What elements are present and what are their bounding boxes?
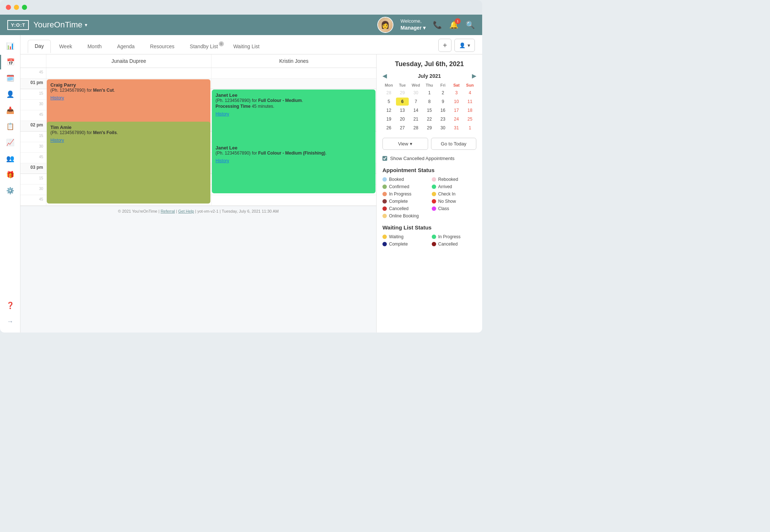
tab-month[interactable]: Month [80, 40, 108, 53]
appointment-tim-amie[interactable]: Tim Amie (Ph. 1234567890) for Men's Foil… [47, 122, 210, 204]
history-link-craig[interactable]: History [50, 95, 64, 100]
cal-day-19[interactable]: 19 [382, 115, 395, 123]
sidebar-item-appointments[interactable]: 🗓️ [3, 71, 18, 86]
cal-day-13[interactable]: 13 [396, 106, 409, 114]
phone-icon[interactable]: 📞 [433, 20, 442, 29]
sidebar-item-help[interactable]: ❓ [3, 298, 18, 313]
user-role[interactable]: Manager ▾ [401, 24, 426, 32]
cal-day-24[interactable]: 24 [450, 115, 463, 123]
sidebar-item-inbox[interactable]: 📥 [3, 103, 18, 118]
cal-day-26[interactable]: 26 [382, 124, 395, 132]
get-help-link[interactable]: Get Help [178, 209, 194, 213]
mini-cal-prev-button[interactable]: ◀ [382, 72, 387, 79]
time-grid: 45 01 pm [20, 68, 376, 206]
show-cancelled-label: Show Cancelled Appointments [390, 156, 454, 161]
appt-history-janet1-wrap[interactable]: History [216, 110, 372, 117]
appt-detail-craig: (Ph. 1234567890) for Men's Cut. [50, 88, 207, 93]
cal-day-29[interactable]: 29 [423, 124, 436, 132]
minimize-button[interactable] [14, 5, 19, 10]
cal-day-5[interactable]: 5 [382, 98, 395, 106]
view-button[interactable]: View ▾ [382, 138, 428, 150]
complete-dot [382, 199, 387, 204]
cal-day-23[interactable]: 23 [437, 115, 449, 123]
cal-day-12[interactable]: 12 [382, 106, 395, 114]
waiting-list-status-grid: Waiting In Progress Complete Cancel [382, 234, 476, 247]
sidebar-item-products[interactable]: 🎁 [3, 167, 18, 182]
tab-day[interactable]: Day [28, 40, 51, 53]
cal-day-28prev[interactable]: 28 [382, 89, 395, 97]
user-avatar: 👩 [377, 17, 393, 33]
notification-icon[interactable]: 🔔 1 [449, 20, 458, 29]
cal-day-7[interactable]: 7 [409, 98, 422, 106]
mini-cal-next-button[interactable]: ▶ [472, 72, 476, 79]
tab-resources[interactable]: Resources [143, 40, 182, 53]
history-link-janet2[interactable]: History [216, 158, 229, 163]
tab-agenda[interactable]: Agenda [110, 40, 141, 53]
cal-day-20[interactable]: 20 [396, 115, 409, 123]
cal-day-18[interactable]: 18 [464, 106, 476, 114]
sidebar-item-team[interactable]: 👥 [3, 151, 18, 166]
referral-link[interactable]: Referral [161, 209, 175, 213]
cal-day-22[interactable]: 22 [423, 115, 436, 123]
tab-standby-list[interactable]: Standby List 0 [183, 40, 225, 53]
cal-day-25[interactable]: 25 [464, 115, 476, 123]
appt-history-janet2-wrap[interactable]: History [216, 157, 372, 164]
footer: © 2021 You'reOnTime | Referral | Get Hel… [20, 206, 376, 216]
sidebar-item-reports[interactable]: 📈 [3, 135, 18, 150]
cal-day-17[interactable]: 17 [450, 106, 463, 114]
tabs-actions: + 👤 ▾ [438, 39, 475, 54]
sidebar-item-collapse[interactable]: → [3, 314, 18, 329]
person-selector-button[interactable]: 👤 ▾ [454, 39, 475, 52]
day-view[interactable]: Junaita Dupree Kristin Jones 45 [20, 54, 376, 332]
cal-day-10[interactable]: 10 [450, 98, 463, 106]
appointment-janet-lee-2[interactable]: Janet Lee (Ph. 1234567890) for Full Colo… [212, 142, 376, 193]
status-complete: Complete [382, 199, 427, 204]
cal-day-16[interactable]: 16 [437, 106, 449, 114]
history-link-tim[interactable]: History [50, 138, 64, 143]
cal-day-21[interactable]: 21 [409, 115, 422, 123]
maximize-button[interactable] [22, 5, 27, 10]
slot-kristin-345[interactable] [211, 195, 376, 205]
sidebar-item-tasks[interactable]: 📋 [3, 119, 18, 134]
mini-cal-title: July 2021 [418, 73, 441, 79]
cal-day-11[interactable]: 11 [464, 98, 476, 106]
time-label-245: 45 [20, 153, 46, 163]
sidebar-item-clients[interactable]: 👤 [3, 87, 18, 102]
sidebar-item-analytics[interactable]: 📊 [3, 39, 18, 53]
cal-day-29prev[interactable]: 29 [396, 89, 409, 97]
app-name-dropdown-icon[interactable]: ▾ [85, 22, 87, 28]
header-right: 👩 Welcome, Manager ▾ 📞 🔔 1 🔍 [377, 17, 475, 33]
go-to-today-button[interactable]: Go to Today [431, 138, 477, 150]
cal-day-31[interactable]: 31 [450, 124, 463, 132]
cal-day-1next[interactable]: 1 [464, 124, 476, 132]
cal-day-2[interactable]: 2 [437, 89, 449, 97]
cal-day-15[interactable]: 15 [423, 106, 436, 114]
close-button[interactable] [6, 5, 11, 10]
tab-waiting-list[interactable]: Waiting List [226, 40, 267, 53]
cal-day-30[interactable]: 30 [437, 124, 449, 132]
slot-kristin-1245[interactable] [211, 68, 376, 78]
appt-history-craig[interactable]: History [50, 94, 207, 101]
slot-kristin-1pm[interactable] [211, 79, 376, 89]
slot-juanita-1245[interactable] [46, 68, 211, 78]
cal-day-4[interactable]: 4 [464, 89, 476, 97]
wl-complete-dot [382, 242, 387, 246]
cal-day-27[interactable]: 27 [396, 124, 409, 132]
appt-history-tim-wrap[interactable]: History [50, 137, 207, 143]
search-icon[interactable]: 🔍 [466, 20, 475, 29]
cal-day-6-today[interactable]: 6 [396, 98, 409, 106]
sidebar-item-settings[interactable]: ⚙️ [3, 183, 18, 198]
add-appointment-button[interactable]: + [438, 39, 451, 52]
status-class: Class [432, 206, 477, 211]
cal-day-14[interactable]: 14 [409, 106, 422, 114]
cal-day-8[interactable]: 8 [423, 98, 436, 106]
history-link-janet1[interactable]: History [216, 111, 229, 117]
sidebar-item-calendar[interactable]: 📅 [0, 55, 20, 69]
cal-day-1[interactable]: 1 [423, 89, 436, 97]
cal-day-9[interactable]: 9 [437, 98, 449, 106]
cal-day-3[interactable]: 3 [450, 89, 463, 97]
cal-day-28[interactable]: 28 [409, 124, 422, 132]
tab-week[interactable]: Week [52, 40, 79, 53]
show-cancelled-checkbox[interactable] [382, 156, 387, 161]
cal-day-30prev[interactable]: 30 [409, 89, 422, 97]
